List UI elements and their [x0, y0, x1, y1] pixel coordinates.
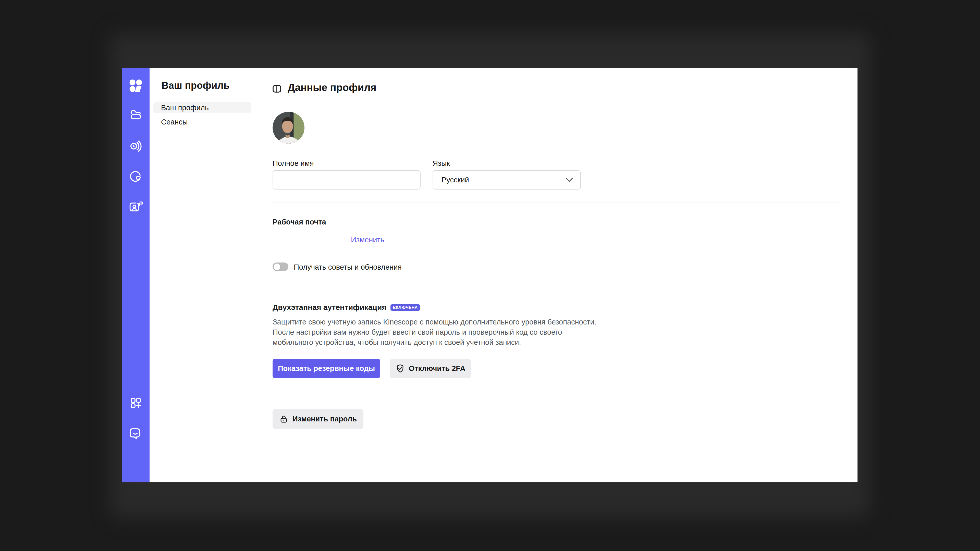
tips-toggle[interactable] — [272, 262, 288, 271]
tips-toggle-label: Получать советы и обновления — [294, 263, 402, 272]
button-label: Отключить 2FA — [409, 364, 466, 373]
disable-2fa-button[interactable]: Отключить 2FA — [390, 359, 471, 378]
change-email-link[interactable]: Изменить — [351, 236, 384, 244]
twofa-description-line: После настройки вам нужно будет ввести с… — [272, 327, 605, 337]
divider — [272, 203, 840, 203]
nav-rail — [122, 68, 150, 483]
support-chat-icon[interactable] — [129, 427, 143, 441]
twofa-header: Двухэтапная аутентификация ВКЛЮЧЕНА — [272, 303, 420, 312]
button-label: Показать резервные коды — [278, 364, 375, 373]
full-name-label: Полное имя — [272, 159, 313, 168]
shield-check-icon — [396, 364, 405, 373]
video-library-icon[interactable] — [129, 108, 143, 122]
live-stream-icon[interactable] — [129, 138, 143, 153]
full-name-input[interactable] — [272, 170, 421, 189]
panel-toggle-icon[interactable] — [272, 84, 282, 94]
contacts-icon[interactable] — [129, 199, 143, 213]
profile-avatar[interactable] — [272, 112, 304, 144]
page-title: Данные профиля — [288, 82, 376, 94]
settings-sidebar: Ваш профиль Ваш профиль Сеансы — [150, 68, 255, 483]
main-content: Данные профиля Полное имя Язык Русский — [255, 68, 858, 483]
sidebar-item-label: Сеансы — [161, 118, 188, 126]
button-label: Изменить пароль — [293, 415, 357, 423]
sidebar-nav: Ваш профиль Сеансы — [153, 102, 251, 130]
divider — [272, 286, 840, 286]
app-window: Ваш профиль Ваш профиль Сеансы Данные пр… — [122, 68, 858, 483]
sidebar-title: Ваш профиль — [162, 80, 230, 91]
change-password-button[interactable]: Изменить пароль — [272, 409, 363, 429]
work-email-title: Рабочая почта — [272, 218, 326, 226]
sidebar-item-profile[interactable]: Ваш профиль — [153, 102, 251, 113]
language-select[interactable]: Русский — [433, 170, 581, 189]
language-label: Язык — [433, 159, 450, 168]
toggle-knob — [274, 264, 280, 270]
twofa-description-line: Защитите свою учетную запись Kinescope с… — [272, 317, 605, 327]
lock-icon — [279, 414, 288, 424]
twofa-description-line: мобильного устройства, чтобы получить до… — [272, 337, 605, 348]
twofa-description: Защитите свою учетную запись Kinescope с… — [272, 317, 605, 348]
language-selected-value: Русский — [442, 176, 469, 184]
sidebar-item-label: Ваш профиль — [161, 103, 209, 112]
show-backup-codes-button[interactable]: Показать резервные коды — [272, 359, 380, 378]
kinescope-logo[interactable] — [129, 79, 143, 93]
twofa-status-badge: ВКЛЮЧЕНА — [390, 304, 420, 311]
analytics-icon[interactable] — [129, 169, 143, 183]
sidebar-item-sessions[interactable]: Сеансы — [153, 116, 251, 127]
divider — [272, 394, 840, 394]
apps-add-icon[interactable] — [129, 396, 143, 410]
chevron-down-icon — [566, 178, 573, 182]
twofa-title: Двухэтапная аутентификация — [272, 303, 387, 312]
